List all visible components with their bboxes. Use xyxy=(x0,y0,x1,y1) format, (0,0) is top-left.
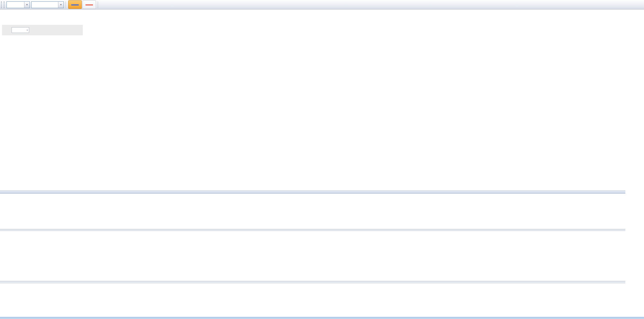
timeframe-combobox[interactable]: ▾ xyxy=(31,1,64,8)
panel-splitter[interactable] xyxy=(0,229,625,231)
bid-button[interactable] xyxy=(68,0,82,9)
panel-splitter[interactable] xyxy=(0,281,625,283)
chart-toolbar: ▾ ▾ xyxy=(0,0,644,10)
chevron-down-icon[interactable]: ▾ xyxy=(58,2,63,8)
bid-underline xyxy=(71,4,79,5)
toolbar-separator xyxy=(98,1,98,8)
chevron-down-icon[interactable]: ▾ xyxy=(24,2,30,8)
amount-combobox[interactable]: ▾ xyxy=(12,27,29,33)
ask-button[interactable] xyxy=(82,0,96,9)
symbol-combobox[interactable]: ▾ xyxy=(6,1,30,8)
chevron-down-icon[interactable]: ▾ xyxy=(26,29,28,32)
chart-canvas[interactable] xyxy=(0,0,644,319)
toolbar-separator xyxy=(65,1,66,8)
quote-panel: ▾ xyxy=(2,25,83,35)
window-bottom-edge xyxy=(0,317,644,319)
trading-station-window: ▾ ▾ ▾ xyxy=(0,0,644,319)
toolbar-grip[interactable] xyxy=(1,1,4,8)
panel-splitter[interactable] xyxy=(0,191,625,194)
ask-underline xyxy=(86,4,93,5)
